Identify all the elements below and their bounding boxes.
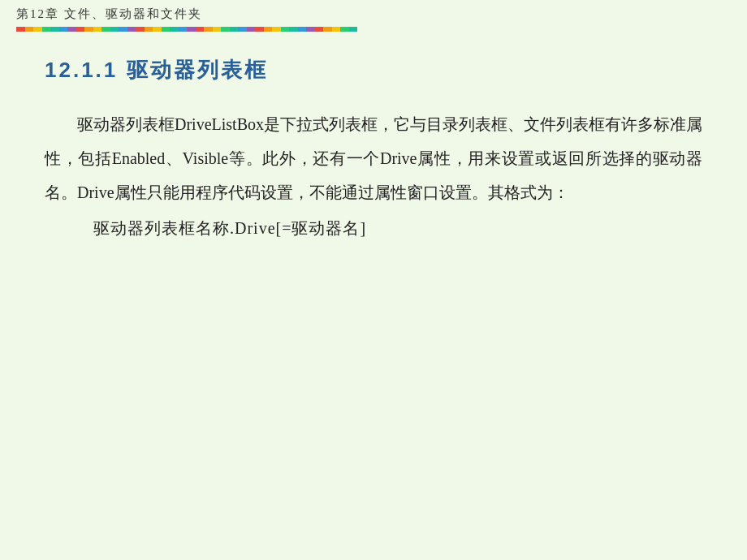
rainbow-segment — [306, 27, 315, 32]
rainbow-segment — [340, 27, 349, 32]
paragraph-text: 驱动器列表框DriveListBox是下拉式列表框，它与目录列表框、文件列表框有… — [45, 107, 702, 209]
section-title: 12.1.1 驱动器列表框 — [45, 56, 702, 84]
rainbow-segment — [238, 27, 247, 32]
rainbow-segment — [196, 27, 205, 32]
rainbow-segment — [204, 27, 213, 32]
rainbow-segment — [25, 27, 34, 32]
rainbow-segment — [187, 27, 196, 32]
rainbow-segment — [179, 27, 188, 32]
rainbow-segment — [110, 27, 119, 32]
rainbow-segment — [213, 27, 222, 32]
rainbow-segment — [221, 27, 230, 32]
rainbow-segment — [247, 27, 256, 32]
rainbow-segment — [136, 27, 145, 32]
rainbow-segment — [255, 27, 264, 32]
rainbow-segment — [84, 27, 93, 32]
rainbow-segment — [289, 27, 298, 32]
rainbow-segment — [16, 27, 25, 32]
header-title: 第12章 文件、驱动器和文件夹 — [16, 6, 202, 25]
rainbow-segment — [349, 27, 358, 32]
rainbow-segment — [298, 27, 307, 32]
main-paragraph: 驱动器列表框DriveListBox是下拉式列表框，它与目录列表框、文件列表框有… — [45, 107, 702, 209]
rainbow-segment — [315, 27, 324, 32]
code-line: 驱动器列表框名称.Drive[=驱动器名] — [93, 218, 702, 239]
rainbow-segment — [93, 27, 102, 32]
rainbow-segment — [153, 27, 162, 32]
rainbow-segment — [67, 27, 76, 32]
rainbow-segment — [59, 27, 68, 32]
rainbow-segment — [272, 27, 281, 32]
rainbow-bar — [16, 27, 357, 32]
rainbow-segment — [281, 27, 290, 32]
rainbow-segment — [170, 27, 179, 32]
header-bar: 第12章 文件、驱动器和文件夹 — [0, 0, 747, 32]
rainbow-segment — [101, 27, 110, 32]
rainbow-segment — [76, 27, 85, 32]
rainbow-segment — [162, 27, 171, 32]
rainbow-segment — [332, 27, 341, 32]
rainbow-segment — [33, 27, 42, 32]
rainbow-segment — [127, 27, 136, 32]
content: 12.1.1 驱动器列表框 驱动器列表框DriveListBox是下拉式列表框，… — [0, 32, 747, 264]
rainbow-segment — [230, 27, 239, 32]
page-container: 第12章 文件、驱动器和文件夹 12.1.1 驱动器列表框 驱动器列表框Driv… — [0, 0, 747, 560]
rainbow-segment — [145, 27, 153, 32]
rainbow-segment — [42, 27, 51, 32]
rainbow-segment — [264, 27, 273, 32]
rainbow-segment — [323, 27, 332, 32]
rainbow-segment — [119, 27, 127, 32]
rainbow-segment — [50, 27, 59, 32]
